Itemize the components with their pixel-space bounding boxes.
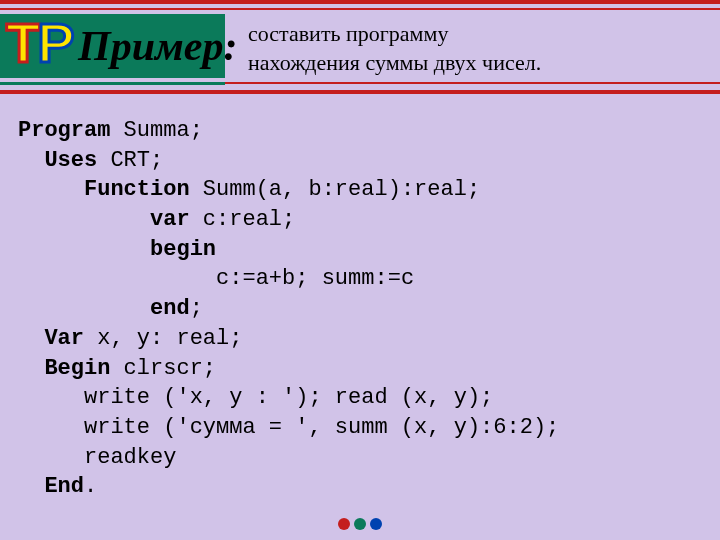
dot-blue [370, 518, 382, 530]
green-stripe-thin [0, 82, 225, 85]
slide-subtitle: составить программу нахождения суммы дву… [248, 20, 541, 77]
red-stripe-thin [0, 8, 720, 10]
logo-letter-p: P [37, 11, 71, 74]
code-text: write ('x, y : '); read (x, y); [84, 385, 493, 410]
code-text: clrscr; [110, 356, 216, 381]
logo-letter-t: T [6, 11, 37, 74]
subtitle-line-1: составить программу [248, 21, 448, 46]
keyword-end: end [150, 296, 190, 321]
keyword-var-outer: Var [44, 326, 84, 351]
code-text: c:=a+b; summ:=c [216, 266, 414, 291]
keyword-var: var [150, 207, 190, 232]
slide-title: Пример: [78, 22, 237, 70]
subtitle-line-2: нахождения суммы двух чисел. [248, 50, 541, 75]
code-listing: Program Summa; Uses CRT; Function Summ(a… [0, 98, 720, 502]
keyword-end-outer: End [44, 474, 84, 499]
dot-green [354, 518, 366, 530]
red-stripe-top [0, 0, 720, 4]
code-text: ; [190, 296, 203, 321]
slide-dots [338, 518, 382, 530]
keyword-uses: Uses [44, 148, 97, 173]
slide-header: TP Пример: составить программу нахождени… [0, 0, 720, 98]
tp-logo: TP [6, 10, 72, 75]
red-stripe-bottom [0, 90, 720, 94]
red-stripe-right [225, 82, 720, 84]
keyword-begin: begin [150, 237, 216, 262]
code-text: CRT; [97, 148, 163, 173]
code-text: readkey [84, 445, 176, 470]
code-text: Summ(a, b:real):real; [190, 177, 480, 202]
keyword-begin-outer: Begin [44, 356, 110, 381]
code-text: Summa; [110, 118, 202, 143]
keyword-function: Function [84, 177, 190, 202]
dot-red [338, 518, 350, 530]
keyword-program: Program [18, 118, 110, 143]
code-text: write ('сумма = ', summ (x, y):6:2); [84, 415, 559, 440]
code-text: . [84, 474, 97, 499]
code-text: c:real; [190, 207, 296, 232]
code-text: x, y: real; [84, 326, 242, 351]
